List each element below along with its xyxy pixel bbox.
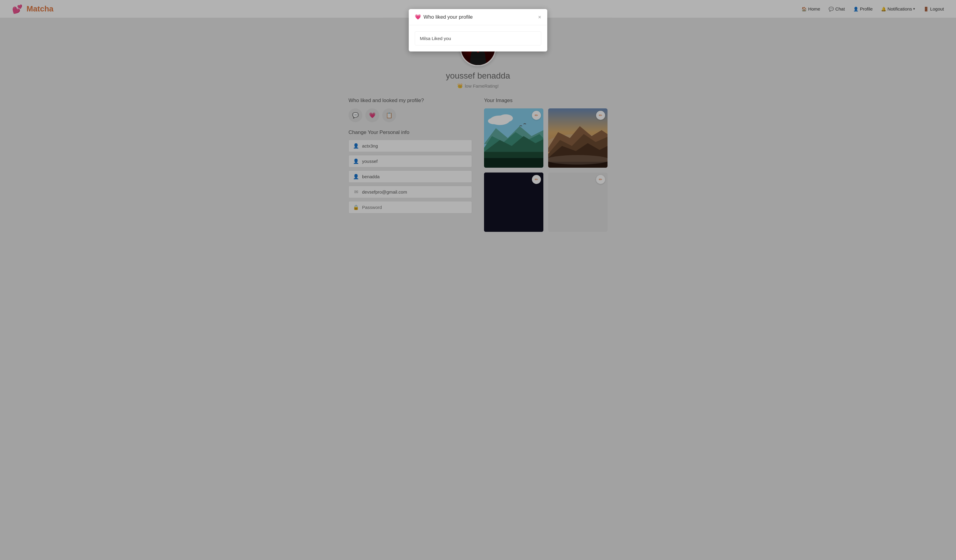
modal-body: Milsa Liked you: [409, 25, 547, 52]
modal-header: 💗 Who liked your profile ×: [409, 9, 547, 25]
who-liked-modal: 💗 Who liked your profile × Milsa Liked y…: [409, 9, 547, 52]
notification-text: Milsa Liked you: [420, 36, 451, 41]
heart-icon: 💗: [415, 14, 421, 20]
modal-overlay[interactable]: 💗 Who liked your profile × Milsa Liked y…: [0, 0, 956, 560]
modal-close-button[interactable]: ×: [538, 14, 541, 20]
modal-title: 💗 Who liked your profile: [415, 14, 473, 20]
liked-notification: Milsa Liked you: [415, 31, 541, 45]
